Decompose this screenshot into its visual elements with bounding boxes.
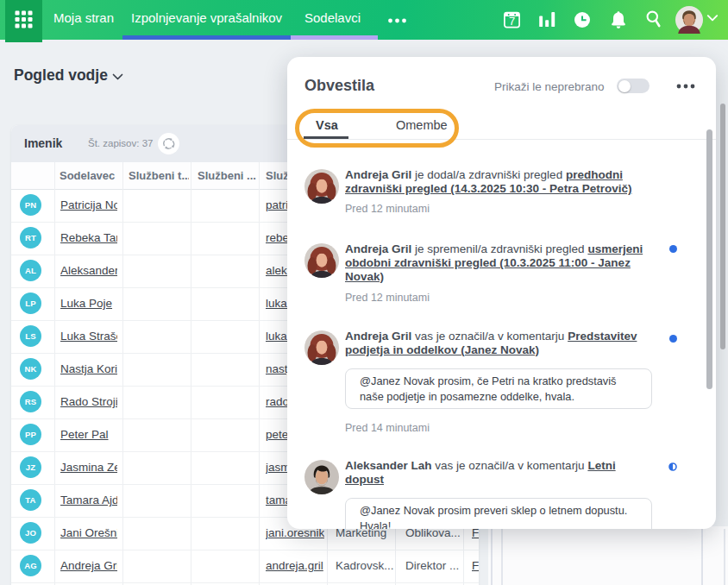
svg-text:7: 7 — [509, 15, 515, 28]
